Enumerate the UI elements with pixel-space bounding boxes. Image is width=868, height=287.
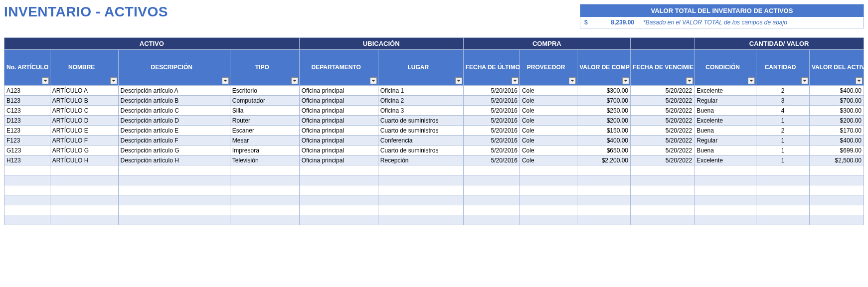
cell-date[interactable]: 5/20/2016 xyxy=(463,106,520,116)
cell-dept[interactable]: Oficina principal xyxy=(299,155,378,165)
cell-loc[interactable]: Cuarto de suministros xyxy=(378,116,463,126)
cell-dept[interactable]: Oficina principal xyxy=(299,96,378,106)
filter-button[interactable] xyxy=(370,77,377,84)
cell-warr[interactable]: 5/20/2022 xyxy=(631,136,694,145)
cell-empty[interactable] xyxy=(50,195,118,205)
cell-prov[interactable]: Cole xyxy=(520,155,577,165)
cell-desc[interactable]: Descripción artículo H xyxy=(118,155,230,165)
cell-cond[interactable]: Excelente xyxy=(694,86,756,96)
cell-empty[interactable] xyxy=(50,215,118,225)
cell-val[interactable]: $200.00 xyxy=(809,116,864,126)
cell-empty[interactable] xyxy=(463,175,520,185)
cell-empty[interactable] xyxy=(631,185,694,195)
filter-button[interactable] xyxy=(801,77,808,84)
cell-empty[interactable] xyxy=(520,205,577,215)
cell-price[interactable]: $200.00 xyxy=(577,116,631,126)
cell-val[interactable]: $2,500.00 xyxy=(809,155,864,165)
cell-qty[interactable]: 2 xyxy=(756,126,810,136)
cell-empty[interactable] xyxy=(577,195,631,205)
table-row[interactable]: B123ARTÍCULO BDescripción artículo BComp… xyxy=(4,96,864,106)
cell-empty[interactable] xyxy=(299,205,378,215)
cell-loc[interactable]: Recepción xyxy=(378,155,463,165)
cell-loc[interactable]: Oficina 3 xyxy=(378,106,463,116)
cell-id[interactable]: B123 xyxy=(4,96,50,106)
cell-price[interactable]: $400.00 xyxy=(577,136,631,145)
cell-date[interactable]: 5/20/2016 xyxy=(463,96,520,106)
cell-price[interactable]: $150.00 xyxy=(577,126,631,136)
cell-empty[interactable] xyxy=(809,175,864,185)
cell-empty[interactable] xyxy=(463,215,520,225)
filter-button[interactable] xyxy=(686,77,693,84)
cell-empty[interactable] xyxy=(520,165,577,175)
cell-date[interactable]: 5/20/2016 xyxy=(463,86,520,96)
cell-empty[interactable] xyxy=(694,185,756,195)
cell-empty[interactable] xyxy=(809,165,864,175)
table-row-empty[interactable] xyxy=(4,175,864,185)
cell-empty[interactable] xyxy=(50,205,118,215)
cell-id[interactable]: F123 xyxy=(4,136,50,145)
cell-val[interactable]: $170.00 xyxy=(809,126,864,136)
cell-loc[interactable]: Conferencia xyxy=(378,136,463,145)
cell-price[interactable]: $700.00 xyxy=(577,96,631,106)
cell-empty[interactable] xyxy=(118,205,230,215)
cell-loc[interactable]: Oficina 2 xyxy=(378,96,463,106)
cell-price[interactable]: $250.00 xyxy=(577,106,631,116)
cell-prov[interactable]: Cole xyxy=(520,136,577,145)
cell-empty[interactable] xyxy=(378,215,463,225)
cell-type[interactable]: Impresora xyxy=(230,145,299,155)
cell-type[interactable]: Silla xyxy=(230,106,299,116)
cell-empty[interactable] xyxy=(756,205,810,215)
cell-price[interactable]: $2,200.00 xyxy=(577,155,631,165)
cell-empty[interactable] xyxy=(520,215,577,225)
cell-prov[interactable]: Cole xyxy=(520,106,577,116)
cell-id[interactable]: D123 xyxy=(4,116,50,126)
cell-cond[interactable]: Buena xyxy=(694,145,756,155)
filter-button[interactable] xyxy=(42,77,49,84)
cell-empty[interactable] xyxy=(230,195,299,205)
cell-empty[interactable] xyxy=(809,185,864,195)
cell-qty[interactable]: 3 xyxy=(756,96,810,106)
cell-empty[interactable] xyxy=(631,175,694,185)
cell-empty[interactable] xyxy=(299,175,378,185)
filter-button[interactable] xyxy=(291,77,298,84)
cell-empty[interactable] xyxy=(118,185,230,195)
cell-empty[interactable] xyxy=(756,185,810,195)
cell-empty[interactable] xyxy=(118,195,230,205)
cell-name[interactable]: ARTÍCULO E xyxy=(50,126,118,136)
cell-empty[interactable] xyxy=(463,195,520,205)
cell-empty[interactable] xyxy=(631,205,694,215)
cell-empty[interactable] xyxy=(577,215,631,225)
cell-val[interactable]: $699.00 xyxy=(809,145,864,155)
cell-empty[interactable] xyxy=(463,165,520,175)
cell-type[interactable]: Escritorio xyxy=(230,86,299,96)
cell-empty[interactable] xyxy=(577,185,631,195)
cell-empty[interactable] xyxy=(4,205,50,215)
cell-val[interactable]: $700.00 xyxy=(809,96,864,106)
filter-button[interactable] xyxy=(856,77,863,84)
filter-button[interactable] xyxy=(455,77,462,84)
cell-dept[interactable]: Oficina principal xyxy=(299,106,378,116)
cell-val[interactable]: $300.00 xyxy=(809,106,864,116)
cell-empty[interactable] xyxy=(299,195,378,205)
cell-empty[interactable] xyxy=(463,205,520,215)
cell-dept[interactable]: Oficina principal xyxy=(299,136,378,145)
cell-empty[interactable] xyxy=(756,215,810,225)
cell-cond[interactable]: Regular xyxy=(694,96,756,106)
cell-prov[interactable]: Cole xyxy=(520,126,577,136)
cell-empty[interactable] xyxy=(50,175,118,185)
cell-warr[interactable]: 5/20/2022 xyxy=(631,126,694,136)
cell-empty[interactable] xyxy=(463,185,520,195)
cell-qty[interactable]: 2 xyxy=(756,86,810,96)
cell-empty[interactable] xyxy=(230,175,299,185)
cell-empty[interactable] xyxy=(694,215,756,225)
cell-desc[interactable]: Descripción artículo C xyxy=(118,106,230,116)
cell-date[interactable]: 5/20/2016 xyxy=(463,155,520,165)
cell-desc[interactable]: Descripción artículo B xyxy=(118,96,230,106)
cell-empty[interactable] xyxy=(694,205,756,215)
cell-desc[interactable]: Descripción artículo G xyxy=(118,145,230,155)
cell-cond[interactable]: Buena xyxy=(694,126,756,136)
cell-empty[interactable] xyxy=(4,185,50,195)
cell-date[interactable]: 5/20/2016 xyxy=(463,145,520,155)
cell-price[interactable]: $650.00 xyxy=(577,145,631,155)
cell-date[interactable]: 5/20/2016 xyxy=(463,136,520,145)
